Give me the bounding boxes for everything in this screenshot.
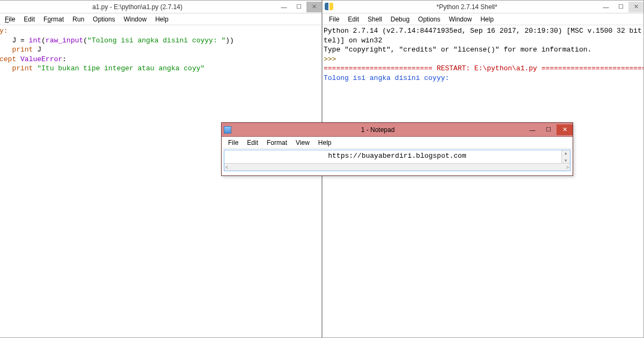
menu-view[interactable]: View bbox=[291, 138, 314, 148]
notepad-window: 1 - Notepad — ☐ ✕ File Edit Format View … bbox=[221, 122, 573, 176]
shell-line: tel)] on win32 bbox=[324, 36, 382, 45]
shell-window-controls: — ☐ ✕ bbox=[598, 2, 643, 12]
code-keyword: cept bbox=[0, 55, 16, 63]
python-icon bbox=[325, 3, 333, 11]
shell-output-area[interactable]: Python 2.7.14 (v2.7.14:84471935ed, Sep 1… bbox=[323, 25, 643, 84]
menu-options[interactable]: Options bbox=[89, 14, 119, 24]
code-text: ( bbox=[83, 36, 87, 45]
shell-prompt: >>> bbox=[324, 55, 340, 63]
shell-title: *Python 2.7.14 Shell* bbox=[335, 3, 598, 11]
close-button[interactable]: ✕ bbox=[306, 2, 321, 12]
editor-title: a1.py - E:\python\a1.py (2.7.14) bbox=[0, 3, 276, 11]
scrollbar-horizontal[interactable]: <> bbox=[224, 163, 570, 171]
notepad-icon bbox=[224, 126, 231, 134]
shell-line: Python 2.7.14 (v2.7.14:84471935ed, Sep 1… bbox=[324, 27, 643, 35]
code-text bbox=[0, 64, 12, 72]
code-text bbox=[0, 46, 12, 54]
notepad-menubar: File Edit Format View Help bbox=[222, 137, 573, 149]
menu-file[interactable]: File bbox=[325, 14, 343, 24]
code-string: "Itu bukan tipe integer atau angka coyy" bbox=[37, 64, 204, 72]
menu-file[interactable]: File bbox=[1, 14, 19, 24]
notepad-title: 1 - Notepad bbox=[231, 126, 524, 134]
menu-options[interactable]: Options bbox=[414, 14, 444, 24]
code-text: J = bbox=[0, 36, 29, 45]
code-text: ( bbox=[41, 36, 46, 45]
maximize-button[interactable]: ☐ bbox=[291, 2, 306, 12]
menu-help[interactable]: Help bbox=[476, 14, 498, 24]
code-keyword: print bbox=[12, 46, 33, 54]
shell-line: Type "copyright", "credits" or "license(… bbox=[324, 46, 591, 54]
menu-edit[interactable]: Edit bbox=[19, 14, 39, 24]
notepad-textarea[interactable]: https://buayaberdiri.blogspot.com ▴▾ <> bbox=[224, 150, 570, 171]
maximize-button[interactable]: ☐ bbox=[540, 124, 557, 135]
close-button[interactable]: ✕ bbox=[557, 124, 573, 135]
code-text: J bbox=[33, 46, 41, 54]
code-exception: ValueError bbox=[20, 55, 62, 63]
menu-window[interactable]: Window bbox=[119, 14, 151, 24]
minimize-button[interactable]: — bbox=[524, 124, 540, 135]
minimize-button[interactable]: — bbox=[598, 2, 613, 12]
menu-edit[interactable]: Edit bbox=[343, 14, 363, 24]
shell-menubar: File Edit Shell Debug Options Window Hel… bbox=[323, 13, 643, 25]
menu-run[interactable]: Run bbox=[68, 14, 89, 24]
code-builtin: int bbox=[29, 36, 41, 45]
notepad-content: https://buayaberdiri.blogspot.com bbox=[224, 150, 570, 161]
code-keyword: y: bbox=[0, 27, 8, 35]
menu-window[interactable]: Window bbox=[444, 14, 476, 24]
menu-format[interactable]: Format bbox=[262, 138, 291, 148]
minimize-button[interactable]: — bbox=[276, 2, 291, 12]
menu-debug[interactable]: Debug bbox=[386, 14, 414, 24]
code-text: : bbox=[62, 55, 67, 63]
maximize-button[interactable]: ☐ bbox=[613, 2, 628, 12]
shell-restart-line: ========================== RESTART: E:\p… bbox=[324, 64, 643, 72]
menu-shell[interactable]: Shell bbox=[363, 14, 386, 24]
code-keyword: print bbox=[12, 64, 33, 72]
menu-help[interactable]: Help bbox=[314, 138, 336, 148]
shell-input-prompt: Tolong isi angka disini coyyy: bbox=[324, 74, 453, 82]
editor-titlebar[interactable]: a1.py - E:\python\a1.py (2.7.14) — ☐ ✕ bbox=[0, 1, 321, 13]
scrollbar-vertical[interactable]: ▴▾ bbox=[561, 150, 570, 163]
shell-titlebar[interactable]: *Python 2.7.14 Shell* — ☐ ✕ bbox=[323, 1, 643, 13]
code-builtin: raw_input bbox=[46, 36, 83, 45]
code-text: )) bbox=[225, 36, 234, 45]
close-button[interactable]: ✕ bbox=[628, 2, 643, 12]
menu-edit[interactable]: Edit bbox=[243, 138, 262, 148]
menu-format[interactable]: Format bbox=[39, 14, 68, 24]
menu-help[interactable]: Help bbox=[151, 14, 173, 24]
editor-code-area[interactable]: y: J = int(raw_input("Tolong isi angka d… bbox=[0, 25, 321, 75]
menu-file[interactable]: File bbox=[224, 138, 243, 148]
editor-menubar: File Edit Format Run Options Window Help bbox=[0, 13, 321, 25]
code-text bbox=[16, 55, 20, 63]
notepad-window-controls: — ☐ ✕ bbox=[524, 124, 573, 135]
code-string: "Tolong isi angka disini coyyy: " bbox=[87, 36, 225, 45]
editor-window-controls: — ☐ ✕ bbox=[276, 2, 321, 12]
notepad-titlebar[interactable]: 1 - Notepad — ☐ ✕ bbox=[222, 123, 573, 137]
